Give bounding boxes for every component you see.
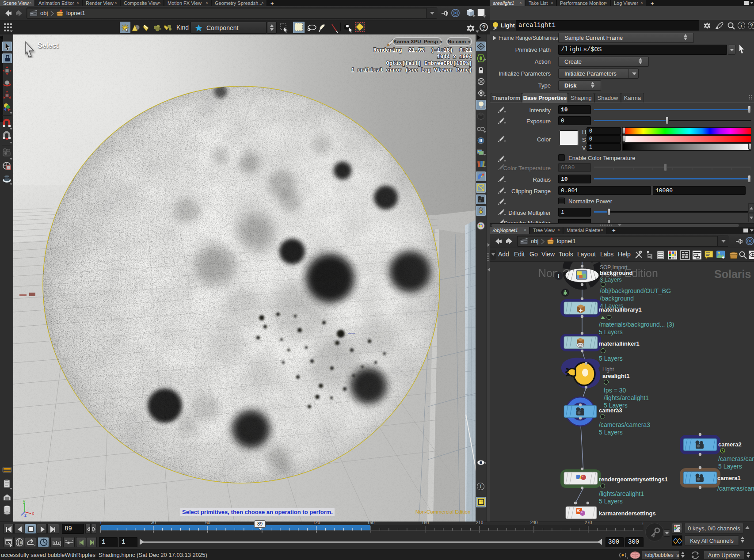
svg-text:B: B <box>20 541 22 545</box>
